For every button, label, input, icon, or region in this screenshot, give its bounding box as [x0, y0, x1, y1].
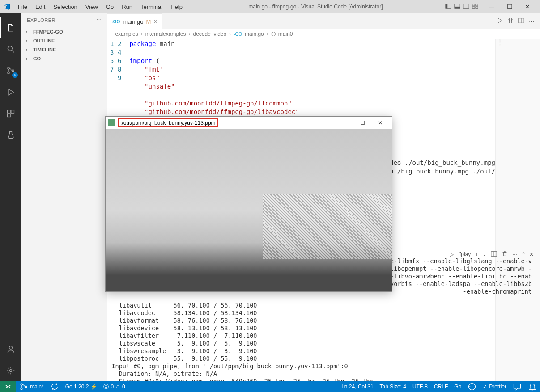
minimize-button[interactable]: ─	[483, 3, 501, 10]
section-outline[interactable]: ›OUTLINE	[21, 36, 107, 45]
section-ffmpeg-go[interactable]: ›FFMPEG-GO	[21, 27, 107, 36]
svg-rect-16	[11, 110, 14, 114]
svg-rect-1	[446, 4, 447, 8]
section-go[interactable]: ›GO	[21, 54, 107, 63]
terminal-run-icon[interactable]: ▷	[450, 251, 454, 257]
svg-rect-5	[467, 4, 469, 8]
vscode-logo-icon	[4, 3, 11, 10]
svg-point-12	[8, 67, 9, 69]
menu-view[interactable]: View	[82, 3, 102, 11]
svg-rect-17	[8, 114, 11, 117]
window-title: main.go - ffmpeg-go - Visual Studio Code…	[186, 4, 445, 10]
ppm-app-icon	[108, 119, 115, 126]
scm-icon[interactable]: 6	[0, 60, 21, 81]
run-debug-icon[interactable]	[0, 81, 21, 103]
terminal-more-icon[interactable]: ⋯	[512, 251, 518, 257]
svg-point-10	[8, 46, 12, 51]
go-version[interactable]: Go 1.20.2 ⚡	[62, 384, 101, 390]
extensions-icon[interactable]	[0, 103, 21, 124]
language-mode[interactable]: Go	[451, 384, 464, 390]
terminal-trash-icon[interactable]	[502, 251, 508, 258]
status-bar: main* Go 1.20.2 ⚡ ⓧ 0 ⚠ 0 Ln 24, Col 31 …	[0, 381, 540, 392]
settings-gear-icon[interactable]	[0, 360, 21, 381]
run-icon[interactable]	[497, 17, 503, 25]
testing-icon[interactable]	[0, 124, 21, 146]
explorer-icon[interactable]	[0, 17, 21, 38]
accounts-icon[interactable]	[0, 338, 21, 360]
layout-controls	[445, 3, 478, 11]
menu-help[interactable]: Help	[167, 3, 186, 11]
split-diff-icon[interactable]	[507, 17, 514, 25]
sidebar-header: EXPLORER ⋯	[21, 13, 107, 26]
terminal-label[interactable]: ffplay	[458, 251, 471, 257]
titlebar: File Edit Selection View Go Run Terminal…	[0, 0, 540, 13]
terminal-close-icon[interactable]: ✕	[529, 251, 534, 257]
panel-right-icon[interactable]	[463, 3, 469, 11]
go-status-icon[interactable]	[464, 382, 480, 391]
sidebar-title: EXPLORER	[27, 17, 55, 23]
remote-indicator[interactable]	[0, 381, 16, 392]
notifications-icon[interactable]	[525, 382, 540, 391]
tabs-bar: -GO main.go M × ⋯	[107, 13, 540, 29]
svg-rect-6	[472, 4, 475, 5]
ppm-viewer-window[interactable]: ./out/ppm/big_buck_bunny.yuv-113.ppm ─ ☐…	[105, 116, 392, 292]
svg-line-11	[12, 51, 14, 53]
cursor-position[interactable]: Ln 24, Col 31	[338, 384, 376, 390]
editor-actions: ⋯	[497, 13, 540, 29]
ppm-minimize-button[interactable]: ─	[336, 120, 353, 126]
terminal-add-icon[interactable]: +	[475, 251, 478, 257]
feedback-icon[interactable]	[510, 382, 525, 391]
menu-bar: File Edit Selection View Go Run Terminal…	[14, 3, 186, 11]
sync-icon[interactable]	[47, 382, 62, 391]
terminal-split-icon[interactable]	[491, 251, 497, 258]
go-file-icon: -GO	[111, 19, 120, 24]
menu-go[interactable]: Go	[102, 3, 117, 11]
terminal-output: libavutil 56. 70.100 / 56. 70.100 libavc…	[111, 302, 536, 381]
svg-point-19	[10, 370, 12, 372]
prettier[interactable]: ✓ Prettier	[480, 384, 510, 390]
menu-terminal[interactable]: Terminal	[137, 3, 166, 11]
more-actions-icon[interactable]: ⋯	[529, 18, 535, 25]
breadcrumb[interactable]: examples› internalexamples› decode_video…	[107, 29, 540, 39]
menu-edit[interactable]: Edit	[32, 3, 49, 11]
svg-point-43	[21, 388, 22, 390]
git-branch[interactable]: main*	[16, 382, 47, 391]
ppm-window-title: ./out/ppm/big_buck_bunny.yuv-113.ppm	[118, 118, 218, 127]
svg-point-18	[9, 346, 13, 349]
tab-modified-indicator: M	[146, 18, 151, 25]
svg-rect-7	[476, 4, 478, 5]
menu-selection[interactable]: Selection	[50, 3, 81, 11]
activity-bar: 6	[0, 13, 21, 381]
split-editor-icon[interactable]	[518, 17, 524, 25]
problems[interactable]: ⓧ 0 ⚠ 0	[100, 383, 128, 391]
tab-main-go[interactable]: -GO main.go M ×	[107, 13, 162, 29]
customize-layout-icon[interactable]	[472, 3, 478, 11]
eol[interactable]: CRLF	[431, 384, 451, 390]
panel-left-icon[interactable]	[445, 3, 451, 11]
menu-file[interactable]: File	[14, 3, 31, 11]
ppm-close-button[interactable]: ✕	[371, 120, 389, 126]
ppm-maximize-button[interactable]: ☐	[353, 120, 371, 126]
sidebar-more-icon[interactable]: ⋯	[97, 17, 102, 23]
tab-size[interactable]: Tab Size: 4	[377, 384, 409, 390]
search-icon[interactable]	[0, 38, 21, 60]
explorer-sidebar: EXPLORER ⋯ ›FFMPEG-GO ›OUTLINE ›TIMELINE…	[21, 13, 107, 381]
panel-bottom-icon[interactable]	[454, 3, 460, 11]
svg-rect-3	[455, 6, 460, 8]
terminal-up-icon[interactable]: ^	[522, 251, 525, 257]
window-controls: ─ ☐ ✕	[483, 3, 536, 10]
scm-badge: 6	[12, 72, 18, 78]
svg-rect-8	[472, 6, 475, 8]
close-button[interactable]: ✕	[519, 3, 536, 10]
encoding[interactable]: UTF-8	[409, 384, 431, 390]
svg-rect-15	[8, 110, 11, 114]
section-timeline[interactable]: ›TIMELINE	[21, 45, 107, 54]
ppm-image-content	[106, 129, 392, 291]
ppm-titlebar[interactable]: ./out/ppm/big_buck_bunny.yuv-113.ppm ─ ☐…	[106, 117, 392, 129]
tab-close-icon[interactable]: ×	[153, 18, 157, 25]
menu-run[interactable]: Run	[118, 3, 136, 11]
svg-point-14	[12, 70, 14, 72]
svg-rect-9	[476, 6, 478, 8]
svg-point-13	[8, 72, 9, 74]
maximize-button[interactable]: ☐	[501, 3, 519, 10]
